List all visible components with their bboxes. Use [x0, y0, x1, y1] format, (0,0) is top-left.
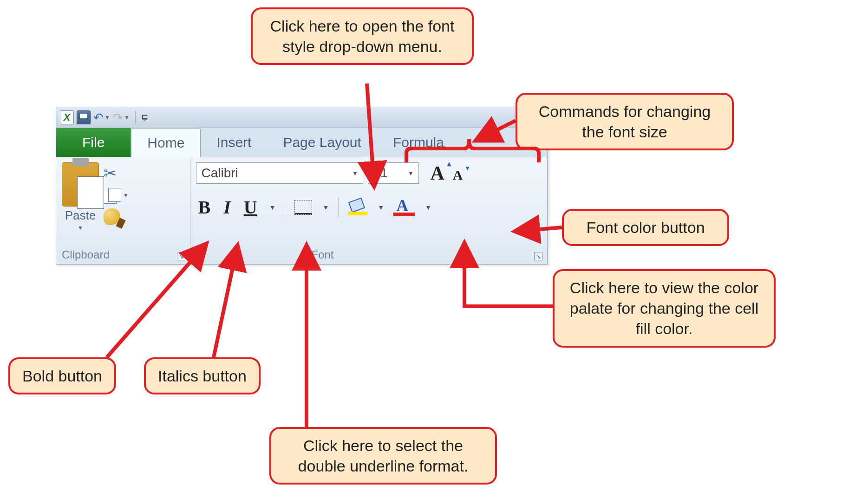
separator [338, 198, 339, 217]
callout-font-dropdown: Click here to open the font style drop-d… [251, 7, 474, 65]
font-color-bar [393, 213, 415, 216]
cut-icon[interactable]: ✂ [104, 164, 129, 182]
tab-formulas[interactable]: Formula [377, 128, 460, 157]
paste-label: Paste [65, 208, 96, 223]
format-painter-icon[interactable] [104, 208, 120, 225]
font-color-button[interactable]: A [393, 199, 415, 216]
fill-color-dropdown-icon[interactable]: ▼ [378, 204, 384, 211]
paste-button[interactable]: Paste ▼ [62, 162, 99, 231]
undo-button[interactable]: ↶▼ [93, 110, 110, 125]
fill-bucket-icon [348, 197, 365, 213]
quick-access-toolbar: X ↶▼ ↷▼ ⋤ [56, 107, 548, 128]
borders-dropdown-icon[interactable]: ▼ [322, 204, 329, 211]
paste-icon [62, 162, 99, 207]
ribbon-tabs: File Home Insert Page Layout Formula [56, 128, 548, 157]
undo-dropdown-icon[interactable]: ▼ [104, 114, 110, 121]
callout-font-color: Font color button [562, 209, 729, 246]
font-dialog-launcher-icon[interactable]: ↘ [534, 252, 542, 260]
separator [285, 198, 285, 217]
font-size-value: 11 [373, 166, 387, 181]
customize-qat-icon[interactable]: ⋤ [141, 112, 148, 123]
qat-separator [135, 111, 136, 124]
save-icon[interactable] [77, 110, 91, 124]
borders-icon[interactable] [294, 200, 312, 215]
clipboard-dialog-launcher-icon[interactable]: ↘ [177, 252, 185, 260]
font-name-value: Calibri [201, 166, 238, 181]
clipboard-group-label: Clipboard [62, 248, 110, 261]
copy-icon[interactable] [104, 188, 121, 203]
copy-dropdown-icon[interactable]: ▼ [123, 192, 129, 199]
fill-color-button[interactable] [348, 200, 367, 215]
excel-ribbon: X ↶▼ ↷▼ ⋤ File Home Insert Page Layout F… [56, 107, 548, 265]
font-group-label: Font [311, 248, 333, 261]
font-size-dropdown-icon[interactable]: ▼ [408, 169, 414, 177]
ribbon-groups: Paste ▼ ✂ ▼ Clipboard ↘ [56, 157, 548, 264]
fill-color-bar [348, 212, 367, 215]
tab-insert[interactable]: Insert [201, 128, 267, 157]
increase-font-size-icon[interactable]: A▴ [430, 162, 444, 184]
tab-home[interactable]: Home [131, 128, 201, 157]
font-size-selector[interactable]: 11 ▼ [368, 162, 419, 184]
excel-app-icon: X [60, 110, 74, 124]
italics-button[interactable]: I [222, 196, 233, 218]
font-color-dropdown-icon[interactable]: ▼ [425, 204, 431, 211]
callout-underline: Click here to select the double underlin… [269, 427, 497, 485]
underline-button[interactable]: U [242, 196, 259, 218]
group-font: Calibri ▼ 11 ▼ A▴ A▾ B I U [190, 157, 548, 264]
callout-bold: Bold button [8, 357, 116, 394]
group-clipboard: Paste ▼ ✂ ▼ Clipboard ↘ [56, 157, 190, 264]
bold-button[interactable]: B [196, 196, 212, 218]
redo-button[interactable]: ↷▼ [113, 110, 130, 125]
callout-font-size-commands: Commands for changing the font size [516, 93, 734, 150]
tab-page-layout[interactable]: Page Layout [267, 128, 377, 157]
paste-dropdown-icon[interactable]: ▼ [78, 225, 83, 231]
callout-italics: Italics button [144, 357, 261, 394]
font-name-dropdown-icon[interactable]: ▼ [352, 169, 359, 177]
redo-dropdown-icon[interactable]: ▼ [124, 114, 130, 121]
underline-dropdown-icon[interactable]: ▼ [269, 204, 276, 211]
font-name-selector[interactable]: Calibri ▼ [196, 162, 363, 184]
callout-fill-color: Click here to view the color palate for … [553, 269, 776, 348]
tab-file[interactable]: File [56, 128, 131, 157]
decrease-font-size-icon[interactable]: A▾ [453, 167, 463, 183]
